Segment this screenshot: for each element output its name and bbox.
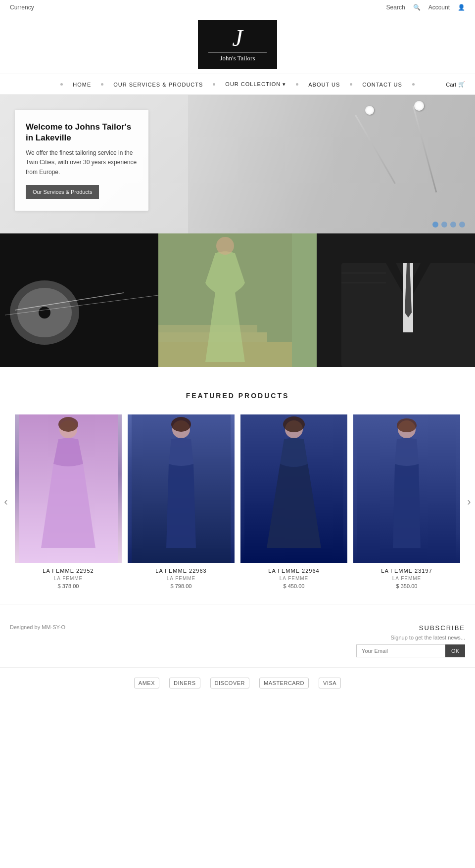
product-card-2: LA FEMME 22963 LA FEMME $ 798.00 bbox=[128, 414, 235, 589]
product-name-1: LA FEMME 22952 bbox=[15, 568, 122, 574]
nav-divider bbox=[60, 83, 63, 86]
cart-button[interactable]: Cart 🛒 bbox=[446, 81, 465, 88]
hero-title: Welcome to Johns Tailor's in Lakeville bbox=[26, 122, 138, 143]
svg-point-3 bbox=[39, 307, 50, 319]
dot-2[interactable] bbox=[441, 222, 447, 228]
dress-figure-1 bbox=[15, 414, 122, 563]
subscribe-area: SUBSCRIBE Signup to get the latest news.… bbox=[356, 624, 465, 657]
nav-item-home[interactable]: HOME bbox=[64, 75, 100, 94]
svg-rect-9 bbox=[158, 325, 257, 332]
payment-amex: AMEX bbox=[134, 678, 159, 688]
logo-letter: J bbox=[208, 26, 267, 50]
payment-mastercard: MASTERCARD bbox=[259, 678, 309, 688]
nav-divider bbox=[296, 83, 298, 86]
dot-3[interactable] bbox=[450, 222, 456, 228]
logo-name: John's Tailors bbox=[208, 52, 267, 62]
featured-section: FEATURED PRODUCTS ‹ bbox=[0, 367, 475, 604]
product-image-2[interactable] bbox=[128, 414, 235, 563]
svg-point-27 bbox=[397, 418, 417, 432]
logo[interactable]: J John's Tailors bbox=[198, 20, 277, 69]
nav-divider bbox=[350, 83, 352, 86]
product-image-4[interactable] bbox=[353, 414, 460, 563]
payment-visa: VISA bbox=[319, 678, 341, 688]
hero-dots bbox=[432, 222, 465, 228]
nav-item-about[interactable]: ABOUT US bbox=[299, 75, 349, 94]
subscribe-button[interactable]: OK bbox=[445, 644, 465, 657]
pin-head-2 bbox=[414, 101, 424, 111]
dress-figure-4 bbox=[353, 414, 460, 563]
svg-point-21 bbox=[171, 417, 191, 432]
nav-item-contact[interactable]: CONTACT US bbox=[353, 75, 411, 94]
nav-divider bbox=[412, 83, 415, 86]
photo-strip bbox=[0, 233, 475, 367]
subscribe-subtitle: Signup to get the latest news... bbox=[356, 635, 465, 640]
product-card-1: LA FEMME 22952 LA FEMME $ 378.00 bbox=[15, 414, 122, 589]
next-button[interactable]: › bbox=[462, 495, 475, 509]
svg-point-24 bbox=[283, 416, 305, 432]
dot-1[interactable] bbox=[432, 222, 438, 228]
designer-credit: Designed by MM-SY-O bbox=[10, 624, 65, 630]
product-name-2: LA FEMME 22963 bbox=[128, 568, 235, 574]
dot-4[interactable] bbox=[459, 222, 465, 228]
logo-area: J John's Tailors bbox=[0, 15, 475, 74]
subscribe-email-input[interactable] bbox=[356, 644, 445, 657]
account-icon: 👤 bbox=[458, 4, 465, 11]
hero-background bbox=[188, 95, 475, 233]
suit-svg bbox=[317, 233, 475, 367]
currency-label[interactable]: Currency bbox=[10, 4, 34, 11]
product-image-3[interactable] bbox=[240, 414, 347, 563]
photo-panel-suit bbox=[317, 233, 475, 367]
cart-icon: 🛒 bbox=[458, 81, 465, 88]
footer-subscribe: Designed by MM-SY-O SUBSCRIBE Signup to … bbox=[0, 604, 475, 667]
payment-discover: DISCOVER bbox=[210, 678, 249, 688]
subscribe-form: OK bbox=[356, 644, 465, 657]
account-label[interactable]: Account bbox=[428, 4, 450, 11]
dress-figure-3 bbox=[240, 414, 347, 563]
photo-panel-dress bbox=[158, 233, 317, 367]
product-price-4: $ 350.00 bbox=[353, 583, 460, 589]
thread-spool-svg bbox=[0, 233, 158, 367]
product-card-3: LA FEMME 22964 LA FEMME $ 450.00 bbox=[240, 414, 347, 589]
nav-divider bbox=[101, 83, 103, 86]
hero-content-box: Welcome to Johns Tailor's in Lakeville W… bbox=[15, 110, 148, 211]
cart-label: Cart bbox=[446, 82, 456, 88]
dress-svg bbox=[158, 233, 292, 367]
payment-bar: AMEX DINERS DISCOVER MASTERCARD VISA bbox=[0, 667, 475, 698]
nav-item-services[interactable]: OUR SERVICES & PRODUCTS bbox=[104, 75, 212, 94]
product-image-1[interactable] bbox=[15, 414, 122, 563]
svg-point-18 bbox=[58, 417, 78, 432]
prev-button[interactable]: ‹ bbox=[0, 495, 13, 509]
hero-section: Welcome to Johns Tailor's in Lakeville W… bbox=[0, 95, 475, 233]
pin-1 bbox=[355, 115, 396, 184]
search-icon: 🔍 bbox=[413, 4, 421, 11]
dress-figure-2 bbox=[128, 414, 235, 563]
pin-2 bbox=[413, 106, 437, 193]
nav-bar: HOME OUR SERVICES & PRODUCTS OUR COLLECT… bbox=[0, 74, 475, 95]
top-bar: Currency Search 🔍 Account 👤 bbox=[0, 0, 475, 15]
svg-point-10 bbox=[216, 237, 234, 255]
nav-divider bbox=[213, 83, 215, 86]
payment-diners: DINERS bbox=[169, 678, 200, 688]
products-row: LA FEMME 22952 LA FEMME $ 378.00 bbox=[15, 414, 460, 589]
nav-item-collection[interactable]: OUR COLLECTION bbox=[216, 74, 295, 94]
search-label[interactable]: Search bbox=[386, 4, 405, 11]
product-card-4: LA FEMME 23197 LA FEMME $ 350.00 bbox=[353, 414, 460, 589]
product-name-3: LA FEMME 22964 bbox=[240, 568, 347, 574]
hero-description: We offer the finest tailoring service in… bbox=[26, 148, 138, 177]
pin-head-1 bbox=[365, 106, 374, 115]
product-price-3: $ 450.00 bbox=[240, 583, 347, 589]
product-price-1: $ 378.00 bbox=[15, 583, 122, 589]
product-brand-1: LA FEMME bbox=[15, 576, 122, 581]
product-price-2: $ 798.00 bbox=[128, 583, 235, 589]
product-brand-2: LA FEMME bbox=[128, 576, 235, 581]
product-name-4: LA FEMME 23197 bbox=[353, 568, 460, 574]
product-brand-3: LA FEMME bbox=[240, 576, 347, 581]
hero-cta-button[interactable]: Our Services & Products bbox=[26, 185, 99, 199]
product-brand-4: LA FEMME bbox=[353, 576, 460, 581]
featured-title: FEATURED PRODUCTS bbox=[10, 392, 465, 400]
subscribe-title: SUBSCRIBE bbox=[356, 624, 465, 632]
photo-panel-thread bbox=[0, 233, 158, 367]
